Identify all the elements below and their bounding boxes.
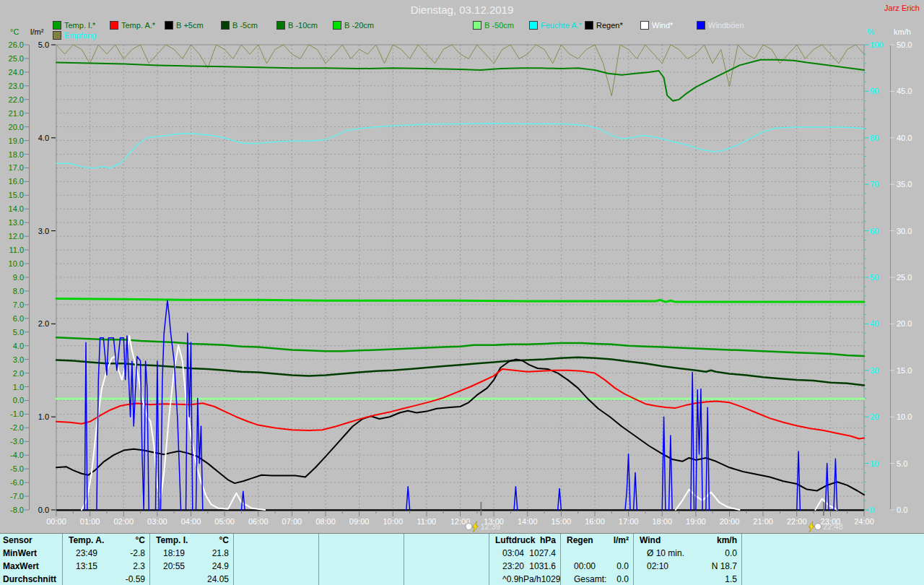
svg-text:25.0: 25.0 xyxy=(897,273,912,282)
temp-axis: -8.0-7.0-6.0-5.0-4.0-3.0-2.0-1.00.01.02.… xyxy=(9,40,30,514)
table-cell-time: Regen xyxy=(567,535,593,545)
svg-text:21:00: 21:00 xyxy=(753,517,773,526)
svg-text:-6.0: -6.0 xyxy=(10,478,24,487)
table-cell-value: 1027.4 xyxy=(529,548,556,558)
svg-text:10:00: 10:00 xyxy=(383,517,403,526)
svg-text:0.0: 0.0 xyxy=(897,506,907,514)
weather-chart-window: Dienstag, 03.12.2019 Jarz Erich °C l/m² … xyxy=(0,0,924,585)
table-cell-time: 18:19 xyxy=(163,548,185,558)
svg-text:06:00: 06:00 xyxy=(248,517,269,526)
svg-text:50: 50 xyxy=(870,273,879,282)
table-cell-time: Temp. I. xyxy=(156,535,188,545)
svg-text:-8.0: -8.0 xyxy=(10,506,24,514)
svg-text:-7.0: -7.0 xyxy=(10,492,24,500)
svg-text:45.0: 45.0 xyxy=(897,87,912,95)
table-cell-time: Ø 10 min. xyxy=(647,548,684,558)
svg-text:3.0: 3.0 xyxy=(38,227,49,235)
lightning-icon xyxy=(472,521,478,532)
table-cell-time: 23:20 xyxy=(502,561,524,571)
svg-text:10.0: 10.0 xyxy=(9,259,24,268)
table-cell-value: °C xyxy=(219,535,229,545)
table-cell: 24.05 xyxy=(149,573,233,585)
svg-text:1.0: 1.0 xyxy=(13,383,24,391)
white-dot-icon xyxy=(466,524,472,530)
svg-text:70: 70 xyxy=(870,180,879,188)
table-cell-time: 02:10 xyxy=(647,561,668,571)
wind-axis: 0.05.010.015.020.025.030.035.040.045.050… xyxy=(890,40,912,514)
table-cell-value: 0.0 xyxy=(725,548,737,558)
svg-text:17.0: 17.0 xyxy=(9,163,24,172)
table-cell-time: Luftdruck xyxy=(495,535,535,545)
svg-text:7.0: 7.0 xyxy=(13,300,24,309)
table-cell xyxy=(560,547,633,560)
svg-text:-4.0: -4.0 xyxy=(10,451,24,459)
table-cell-time: Temp. A. xyxy=(69,535,104,545)
svg-text:9.0: 9.0 xyxy=(13,273,24,282)
table-cell-value: 21.8 xyxy=(212,548,229,558)
table-cell: Windkm/h xyxy=(633,534,741,547)
table-cell-time: 00:00 xyxy=(574,561,596,571)
svg-text:8.0: 8.0 xyxy=(13,287,24,295)
svg-text:5.0: 5.0 xyxy=(13,328,24,337)
svg-text:20.0: 20.0 xyxy=(897,319,912,328)
svg-text:21.0: 21.0 xyxy=(9,109,24,118)
table-cell: Gesamt:0.0 xyxy=(560,573,633,585)
table-cell-time: ^0.9hPa/h xyxy=(502,574,541,584)
table-cell-value: 1.5 xyxy=(725,574,737,584)
svg-text:17:00: 17:00 xyxy=(619,517,639,526)
table-cell xyxy=(741,547,924,560)
svg-text:0.0: 0.0 xyxy=(38,506,49,514)
svg-text:10: 10 xyxy=(870,459,879,468)
table-cell xyxy=(318,573,404,585)
table-cell xyxy=(404,534,489,547)
table-cell: 23:201031.6 xyxy=(489,560,560,573)
lightning-icon xyxy=(808,521,814,532)
table-cell: LuftdruckhPa xyxy=(489,534,560,547)
table-cell-time: Gesamt: xyxy=(574,574,606,584)
table-cell xyxy=(741,560,924,573)
stats-table: SensorTemp. A.°CTemp. I.°CLuftdruckhPaRe… xyxy=(0,533,924,585)
svg-text:14:00: 14:00 xyxy=(518,517,538,526)
table-cell: 02:10N 18.7 xyxy=(633,560,741,573)
table-cell-time: 13:15 xyxy=(76,561,97,571)
table-cell-value: 1029.3 xyxy=(541,574,560,584)
svg-text:5.0: 5.0 xyxy=(38,40,49,49)
table-cell xyxy=(233,573,318,585)
svg-text:15.0: 15.0 xyxy=(897,366,912,375)
event-marker-time: 12:39 xyxy=(480,522,500,531)
table-cell xyxy=(318,534,404,547)
table-cell xyxy=(318,547,404,560)
svg-text:20: 20 xyxy=(870,412,879,421)
table-cell xyxy=(741,534,924,547)
table-cell-value: 1031.6 xyxy=(529,561,556,571)
table-cell: 1.5 xyxy=(633,573,741,585)
table-cell xyxy=(318,560,404,573)
svg-text:02:00: 02:00 xyxy=(113,517,134,526)
svg-text:80: 80 xyxy=(870,134,879,142)
svg-text:15:00: 15:00 xyxy=(552,517,572,526)
svg-text:2.0: 2.0 xyxy=(38,319,49,328)
table-cell-time: Wind xyxy=(640,535,661,545)
table-cell-value: °C xyxy=(136,535,145,545)
svg-text:18:00: 18:00 xyxy=(652,517,672,526)
svg-text:20.0: 20.0 xyxy=(9,123,24,131)
series-b_m20-line xyxy=(56,298,864,302)
svg-text:16.0: 16.0 xyxy=(9,177,24,186)
svg-text:07:00: 07:00 xyxy=(282,517,302,526)
table-cell-value: 0.0 xyxy=(616,561,629,571)
table-cell xyxy=(741,573,924,585)
event-marker-time: 22:48 xyxy=(823,522,843,531)
svg-text:13.0: 13.0 xyxy=(9,218,24,227)
svg-text:03:00: 03:00 xyxy=(147,517,167,526)
chart-plot-area: -8.0-7.0-6.0-5.0-4.0-3.0-2.0-1.00.01.02.… xyxy=(0,0,924,585)
svg-text:0.0: 0.0 xyxy=(13,396,24,404)
series-temp_i-line xyxy=(56,60,864,101)
table-cell: 20:5524.9 xyxy=(149,560,233,573)
table-cell-value: km/h xyxy=(717,535,737,545)
svg-text:-2.0: -2.0 xyxy=(10,423,24,432)
table-cell: 13:152.3 xyxy=(62,560,149,573)
svg-text:19:00: 19:00 xyxy=(686,517,706,526)
svg-text:4.0: 4.0 xyxy=(13,342,24,350)
svg-text:09:00: 09:00 xyxy=(349,517,370,526)
table-cell-time: 03:04 xyxy=(502,548,524,558)
